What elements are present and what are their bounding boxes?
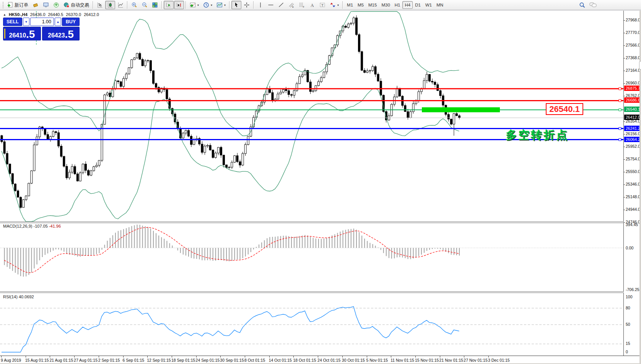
candle-body: [96, 165, 98, 167]
candle-body: [133, 58, 135, 60]
zoom-in-button[interactable]: [129, 1, 139, 9]
signals-button[interactable]: [51, 1, 61, 9]
candle-body: [52, 132, 54, 137]
vertical-line-button[interactable]: [255, 1, 265, 9]
candle-body: [447, 115, 449, 119]
indicator-axis-label: 0.00: [626, 246, 633, 250]
timeframe-button-h4[interactable]: H4: [402, 1, 413, 9]
price-level-label[interactable]: 26875.7: [624, 86, 641, 91]
price-chart-canvas[interactable]: [0, 0, 641, 364]
bar-chart-icon: [97, 2, 103, 8]
one-click-trading-panel: SELL ▼ ▲ BUY 26410.5 26423.5: [3, 18, 80, 40]
candle-body: [231, 162, 233, 167]
price-axis-tickmark: [623, 96, 625, 96]
price-level-annotation-box[interactable]: 26540.1: [546, 103, 583, 115]
chart-shift-button[interactable]: [174, 1, 184, 9]
price-axis-tickmark: [623, 222, 625, 223]
channel-button[interactable]: E: [286, 1, 296, 9]
indicators-button[interactable]: ▾: [188, 1, 201, 9]
timeframe-button-w1[interactable]: W1: [423, 1, 434, 9]
collapse-toolbar-icon[interactable]: ▲: [3, 13, 6, 16]
volume-increase-button[interactable]: ▲: [55, 18, 61, 26]
candle-body: [293, 91, 295, 95]
ohlc-close: 26412.0: [84, 12, 99, 17]
volume-input[interactable]: [30, 18, 54, 26]
sell-price-display[interactable]: 26410.5: [3, 27, 41, 40]
rsi-panel-divider[interactable]: [0, 291, 624, 293]
candle-body: [364, 70, 366, 73]
timeframe-group: M1M5M15M30H1H4D1W1MN: [345, 1, 446, 9]
macd-signal-value: -41.96: [49, 224, 61, 228]
autotrading-icon: [63, 2, 70, 8]
timeframe-button-m30[interactable]: M30: [379, 1, 392, 9]
candle-body: [128, 68, 130, 74]
candle-body: [418, 92, 420, 100]
styles-button[interactable]: [31, 1, 41, 9]
candle-body: [63, 156, 65, 166]
candle-body: [320, 78, 322, 81]
candlestick-chart-icon: [107, 2, 113, 8]
candle-body: [459, 116, 460, 118]
timeframe-button-m1[interactable]: M1: [345, 1, 355, 9]
price-level-label[interactable]: 26064.2: [624, 137, 641, 142]
line-chart-icon: [117, 2, 124, 8]
chat-icon[interactable]: [589, 2, 597, 8]
timeframe-button-m15[interactable]: M15: [366, 1, 379, 9]
periods-button[interactable]: ▾: [201, 1, 214, 9]
search-icon[interactable]: [579, 2, 586, 8]
time-axis-label: 8 Oct 01:15: [244, 358, 265, 362]
macd-panel-divider[interactable]: [0, 222, 624, 223]
candle-body: [285, 89, 287, 91]
cursor-button[interactable]: [231, 1, 241, 9]
candle-body: [23, 200, 24, 207]
timeframe-button-h1[interactable]: H1: [392, 1, 403, 9]
price-level-label[interactable]: 26241.2: [624, 126, 641, 131]
candlestick-chart-button[interactable]: [105, 1, 115, 9]
candle-body: [312, 91, 314, 91]
trendline-button[interactable]: [276, 1, 286, 9]
price-level-label[interactable]: 26686.6: [624, 97, 641, 103]
volume-decrease-button[interactable]: ▼: [23, 18, 29, 26]
candle-body: [144, 61, 146, 66]
price-axis-tickmark: [623, 33, 625, 33]
bar-chart-button[interactable]: [95, 1, 105, 9]
auto-scroll-button[interactable]: [164, 1, 174, 9]
fibonacci-button[interactable]: F: [297, 1, 307, 9]
candle-body: [345, 26, 347, 27]
autotrading-button[interactable]: 自动交易: [62, 1, 91, 9]
timeframe-button-mn[interactable]: MN: [434, 1, 446, 9]
arrows-icon: [330, 2, 336, 8]
svg-text:T: T: [321, 3, 324, 7]
time-axis-tickmark: [342, 356, 343, 358]
text-button[interactable]: A: [307, 1, 317, 9]
turning-point-annotation[interactable]: 多空转折点: [506, 128, 569, 143]
text-label-button[interactable]: T: [317, 1, 327, 9]
timeframe-button-m5[interactable]: M5: [355, 1, 366, 9]
candle-body: [317, 82, 319, 86]
tile-windows-button[interactable]: [150, 1, 160, 9]
candle-body: [353, 18, 355, 23]
sell-button[interactable]: SELL: [3, 18, 22, 26]
price-level-label[interactable]: 26540.1: [624, 107, 641, 112]
candle-body: [369, 71, 371, 71]
arrows-button[interactable]: ▾: [328, 1, 341, 9]
templates-button[interactable]: ▾: [215, 1, 228, 9]
new-order-button[interactable]: 新订单: [5, 1, 30, 9]
price-axis-label: 24944.0: [626, 207, 640, 212]
buy-button[interactable]: BUY: [62, 18, 80, 26]
terminal-button[interactable]: [41, 1, 51, 9]
price-level-label[interactable]: 26412.0: [624, 115, 641, 120]
zoom-out-button[interactable]: [140, 1, 150, 9]
line-chart-button[interactable]: [116, 1, 125, 9]
timeframe-button-d1[interactable]: D1: [413, 1, 423, 9]
crosshair-button[interactable]: [242, 1, 252, 9]
candle-body: [212, 150, 214, 158]
horizontal-line-button[interactable]: [266, 1, 276, 9]
chevron-down-icon: ▾: [211, 3, 212, 7]
buy-price-display[interactable]: 26423.5: [42, 27, 80, 40]
candle-body: [247, 136, 249, 145]
candle-body: [437, 85, 439, 91]
price-axis-label: 27968.0: [626, 18, 640, 22]
window-scrollbar-thumb[interactable]: [639, 61, 641, 70]
time-axis-label: 14 Oct 01:15: [269, 358, 292, 362]
